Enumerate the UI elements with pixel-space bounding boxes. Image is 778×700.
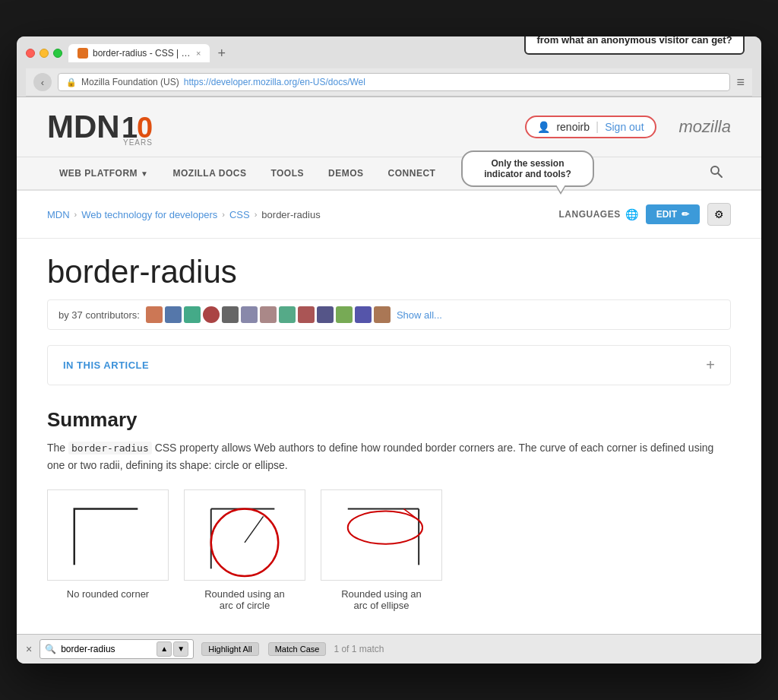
languages-label: LANGUAGES — [558, 209, 620, 220]
avatar — [260, 306, 277, 323]
signout-link[interactable]: Sign out — [605, 121, 644, 133]
breadcrumb-css[interactable]: CSS — [229, 209, 250, 220]
contributors-label: by 37 contributors: — [59, 309, 140, 321]
avatar — [203, 306, 220, 323]
find-options: Highlight All Match Case — [201, 642, 326, 656]
avatar — [222, 306, 239, 323]
breadcrumb-actions: LANGUAGES 🌐 EDIT ✏ ⚙ — [558, 203, 731, 226]
address-field[interactable]: 🔒 Mozilla Foundation (US) https://develo… — [58, 73, 730, 91]
edit-button[interactable]: EDIT ✏ — [646, 204, 700, 224]
svg-point-11 — [348, 511, 422, 543]
lock-icon: 🔒 — [66, 78, 77, 87]
diagram-arc-ellipse-caption: Rounded using an arc of ellipse — [341, 588, 422, 611]
svg-line-4 — [718, 173, 722, 177]
svg-text:YEARS: YEARS — [123, 138, 153, 145]
summary-text: The border-radius CSS property allows We… — [47, 439, 731, 474]
search-icon[interactable] — [702, 157, 731, 189]
mdn-10years-badge: 1 0 YEARS — [120, 109, 162, 145]
settings-button[interactable]: ⚙ — [707, 203, 731, 226]
avatar — [146, 306, 163, 323]
site-label: Mozilla Foundation (US) — [81, 77, 179, 87]
browser-controls: border-radius - CSS | MDN × + What makes… — [26, 44, 752, 62]
mdn-nav: WEB PLATFORM ▼ MOZILLA DOCS TOOLS DEMOS … — [17, 157, 761, 191]
diagram-arc-circle: Rounded using an arc of circle — [184, 489, 305, 611]
diagram-arc-circle-caption: Rounded using an arc of circle — [204, 588, 285, 611]
avatar — [336, 306, 353, 323]
nav-item-mozilla-docs[interactable]: MOZILLA DOCS — [161, 157, 259, 189]
mozilla-logo: mozilla — [679, 117, 731, 137]
mdn-logo-text: MDN — [47, 111, 120, 143]
find-match-count: 1 of 1 match — [334, 644, 384, 654]
dropdown-arrow-icon: ▼ — [141, 169, 148, 178]
gear-icon: ⚙ — [714, 208, 724, 220]
diagram-arc-ellipse: Rounded using an arc of ellipse — [321, 489, 442, 611]
annotation-session-indicator: Only the session indicator and tools? — [461, 150, 594, 187]
user-session-badge: 👤 renoirb | Sign out — [525, 116, 656, 138]
find-search-icon: 🔍 — [45, 644, 56, 654]
expand-toc-button[interactable]: + — [706, 356, 715, 374]
maximize-window-button[interactable] — [53, 49, 62, 58]
username-label: renoirb — [556, 121, 590, 133]
site-content: MDN 1 0 YEARS 👤 renoirb | Sign out — [17, 97, 761, 663]
diagrams-row: No rounded corner Rounded — [47, 489, 731, 611]
avatar — [317, 306, 334, 323]
close-window-button[interactable] — [26, 49, 35, 58]
find-search-input[interactable] — [61, 644, 152, 654]
code-border-radius: border-radius — [68, 442, 152, 455]
breadcrumb-sep-2: › — [222, 210, 225, 219]
match-case-button[interactable]: Match Case — [268, 642, 327, 656]
browser-titlebar: border-radius - CSS | MDN × + What makes… — [17, 36, 761, 97]
diagram-no-rounded-caption: No rounded corner — [67, 588, 149, 600]
in-this-article-label[interactable]: IN THIS ARTICLE — [63, 360, 149, 371]
article-title: border-radius — [47, 254, 731, 290]
contributor-avatars — [146, 306, 391, 323]
breadcrumb-bar: MDN › Web technology for developers › CS… — [17, 191, 761, 239]
breadcrumb-sep-3: › — [255, 210, 258, 219]
new-tab-button[interactable]: + — [213, 46, 230, 62]
find-prev-button[interactable]: ▲ — [157, 641, 172, 657]
active-tab[interactable]: border-radius - CSS | MDN × — [68, 44, 210, 62]
in-this-article-bar: IN THIS ARTICLE + — [47, 345, 731, 385]
breadcrumb-current: border-radius — [261, 209, 320, 220]
user-icon: 👤 — [537, 121, 550, 133]
nav-item-web-platform[interactable]: WEB PLATFORM ▼ — [47, 157, 161, 189]
diagram-arc-circle-svg — [184, 489, 305, 581]
browser-addressbar: ‹ 🔒 Mozilla Foundation (US) https://deve… — [26, 68, 752, 97]
show-all-contributors-link[interactable]: Show all... — [397, 309, 442, 321]
languages-button[interactable]: LANGUAGES 🌐 — [558, 208, 637, 220]
article-area: border-radius by 37 contributors: — [17, 239, 761, 633]
highlight-all-button[interactable]: Highlight All — [201, 642, 258, 656]
tab-favicon — [77, 48, 88, 59]
find-next-button[interactable]: ▼ — [173, 641, 188, 657]
avatar — [279, 306, 296, 323]
tab-close-button[interactable]: × — [196, 49, 201, 58]
find-bar: × 🔍 ▲ ▼ Highlight All Match Case 1 of 1 … — [17, 634, 761, 664]
breadcrumb-web-tech[interactable]: Web technology for developers — [81, 209, 217, 220]
avatar — [374, 306, 391, 323]
minimize-window-button[interactable] — [40, 49, 49, 58]
annotation-unique-content: What makes a content site page unique fr… — [524, 36, 745, 55]
globe-icon: 🌐 — [625, 208, 638, 220]
avatar — [241, 306, 258, 323]
avatar — [298, 306, 315, 323]
avatar — [184, 306, 201, 323]
mdn-header-right: 👤 renoirb | Sign out Only the session in… — [525, 116, 731, 138]
traffic-lights — [26, 49, 62, 58]
nav-item-tools[interactable]: TOOLS — [258, 157, 316, 189]
diagram-arc-ellipse-svg — [321, 489, 442, 581]
breadcrumb-mdn[interactable]: MDN — [47, 209, 70, 220]
browser-window: border-radius - CSS | MDN × + What makes… — [17, 36, 761, 663]
contributors-bar: by 37 contributors: Show all... — [47, 299, 731, 330]
diagram-no-rounded: No rounded corner — [47, 489, 169, 611]
nav-item-connect[interactable]: CONNECT — [376, 157, 448, 189]
browser-menu-icon[interactable]: ≡ — [736, 74, 745, 90]
nav-item-demos[interactable]: DEMOS — [316, 157, 376, 189]
mdn-logo: MDN 1 0 YEARS — [47, 109, 162, 145]
breadcrumb-sep-1: › — [74, 210, 77, 219]
avatar — [355, 306, 372, 323]
find-nav: ▲ ▼ — [157, 641, 188, 657]
tab-title: border-radius - CSS | MDN — [93, 48, 191, 59]
find-close-button[interactable]: × — [26, 643, 32, 655]
back-button[interactable]: ‹ — [33, 73, 52, 91]
mdn-header: MDN 1 0 YEARS 👤 renoirb | Sign out — [17, 97, 761, 157]
